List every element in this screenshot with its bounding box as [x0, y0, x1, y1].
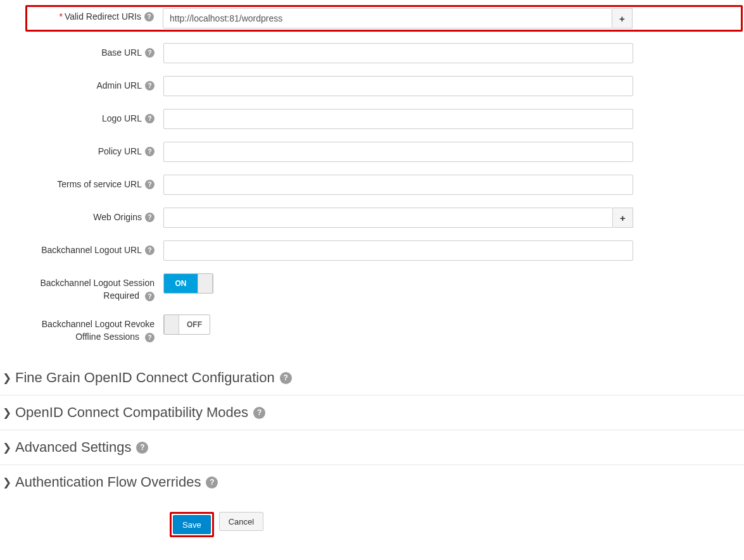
label-text: Web Origins [93, 211, 142, 224]
help-icon[interactable]: ? [145, 48, 154, 58]
add-web-origin-button[interactable]: + [613, 208, 633, 228]
row-admin-url: Admin URL ? [0, 76, 744, 96]
label-backchannel-logout-revoke-offline: Backchannel Logout Revoke Offline Sessio… [0, 314, 163, 343]
label-text: Backchannel Logout Session [40, 278, 154, 288]
help-icon[interactable]: ? [145, 180, 154, 189]
row-backchannel-logout-session-required: Backchannel Logout Session Required ? ON… [0, 273, 744, 302]
help-icon[interactable]: ? [145, 333, 154, 342]
action-buttons: Save Cancel [0, 512, 744, 537]
label-text: Backchannel Logout Revoke [42, 319, 154, 329]
row-backchannel-logout-revoke-offline: Backchannel Logout Revoke Offline Sessio… [0, 314, 744, 343]
cancel-button[interactable]: Cancel [219, 512, 263, 531]
label-text: Required [103, 290, 139, 301]
add-redirect-uri-button[interactable]: + [612, 8, 633, 28]
section-title: OpenID Connect Compatibility Modes [15, 404, 248, 421]
help-icon[interactable]: ? [280, 372, 292, 384]
valid-redirect-uris-input[interactable] [163, 8, 612, 28]
label-policy-url: Policy URL ? [0, 142, 163, 158]
web-origins-input[interactable] [163, 208, 613, 228]
row-valid-redirect-uris: * Valid Redirect URIs ? + [25, 5, 743, 32]
label-web-origins: Web Origins ? [0, 208, 163, 224]
section-openid-compat-modes[interactable]: ❯ OpenID Connect Compatibility Modes ? [0, 395, 744, 430]
chevron-right-icon: ❯ [3, 476, 11, 489]
help-icon[interactable]: ? [145, 147, 154, 156]
label-base-url: Base URL ? [0, 43, 163, 59]
help-icon[interactable]: ? [145, 213, 154, 222]
help-icon[interactable]: ? [136, 442, 148, 454]
label-tos-url: Terms of service URL ? [0, 175, 163, 191]
row-tos-url: Terms of service URL ? [0, 175, 744, 195]
label-logo-url: Logo URL ? [0, 109, 163, 125]
label-admin-url: Admin URL ? [0, 76, 163, 92]
help-icon[interactable]: ? [206, 476, 218, 488]
help-icon[interactable]: ? [145, 114, 154, 123]
toggle-off-label: OFF [179, 315, 210, 334]
toggle-on-label: ON [164, 274, 198, 293]
logo-url-input[interactable] [163, 109, 633, 129]
toggle-knob [198, 274, 213, 293]
help-icon[interactable]: ? [253, 407, 265, 419]
help-icon[interactable]: ? [145, 81, 154, 90]
row-logo-url: Logo URL ? [0, 109, 744, 129]
row-backchannel-logout-url: Backchannel Logout URL ? [0, 240, 744, 261]
label-backchannel-logout-url: Backchannel Logout URL ? [0, 240, 163, 257]
chevron-right-icon: ❯ [3, 406, 11, 420]
backchannel-logout-url-input[interactable] [163, 240, 633, 261]
help-icon[interactable]: ? [144, 12, 154, 22]
label-valid-redirect-uris: * Valid Redirect URIs ? [28, 8, 163, 23]
help-icon[interactable]: ? [145, 246, 154, 255]
section-fine-grain-openid[interactable]: ❯ Fine Grain OpenID Connect Configuratio… [0, 361, 744, 395]
label-text: Backchannel Logout URL [41, 244, 142, 257]
label-text: Valid Redirect URIs [65, 11, 141, 23]
backchannel-logout-session-required-toggle[interactable]: ON OFF [163, 273, 213, 294]
save-button[interactable]: Save [173, 515, 211, 534]
admin-url-input[interactable] [163, 76, 633, 96]
chevron-right-icon: ❯ [3, 371, 11, 385]
label-text: Policy URL [98, 146, 142, 158]
label-backchannel-logout-session-required: Backchannel Logout Session Required ? [0, 273, 163, 302]
save-highlight: Save [170, 512, 214, 537]
label-text: Offline Sessions [75, 332, 139, 342]
row-policy-url: Policy URL ? [0, 142, 744, 162]
section-title: Advanced Settings [15, 439, 131, 456]
label-text: Logo URL [102, 113, 142, 125]
help-icon[interactable]: ? [145, 292, 154, 301]
section-auth-flow-overrides[interactable]: ❯ Authentication Flow Overrides ? [0, 465, 744, 499]
chevron-right-icon: ❯ [3, 441, 11, 454]
section-title: Fine Grain OpenID Connect Configuration [15, 370, 275, 386]
policy-url-input[interactable] [163, 142, 633, 162]
section-title: Authentication Flow Overrides [15, 474, 201, 490]
row-web-origins: Web Origins ? + [0, 208, 744, 228]
section-advanced-settings[interactable]: ❯ Advanced Settings ? [0, 430, 744, 465]
field-valid-redirect-uris: + [163, 8, 633, 28]
base-url-input[interactable] [163, 43, 633, 63]
toggle-knob [164, 315, 179, 334]
row-base-url: Base URL ? [0, 43, 744, 63]
label-text: Base URL [101, 47, 142, 59]
label-text: Terms of service URL [57, 178, 142, 191]
required-asterisk: * [59, 11, 62, 23]
label-text: Admin URL [96, 80, 142, 92]
tos-url-input[interactable] [163, 175, 633, 195]
backchannel-logout-revoke-offline-toggle[interactable]: ON OFF [163, 314, 210, 335]
